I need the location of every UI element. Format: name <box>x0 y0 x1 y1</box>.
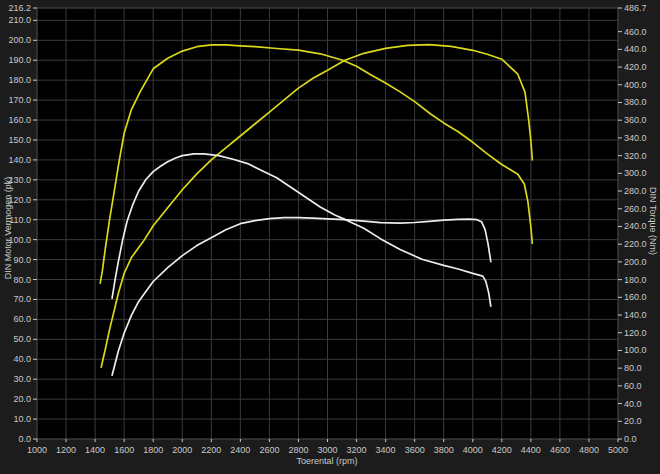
x-tick-label: 3000 <box>317 445 337 455</box>
y-right-tick-label: 140.0 <box>624 310 647 320</box>
dyno-chart: 216.2210.0200.0190.0180.0170.0160.0150.0… <box>0 0 660 474</box>
y-right-tick-label: 100.0 <box>624 345 647 355</box>
dyno-chart-window: 216.2210.0200.0190.0180.0170.0160.0150.0… <box>0 0 660 474</box>
y-left-tick-label: 0.0 <box>18 434 31 444</box>
x-tick-label: 3400 <box>376 445 396 455</box>
y-left-tick-label: 140.0 <box>8 155 31 165</box>
x-tick-label: 4000 <box>463 445 483 455</box>
y-right-tick-label: 0.0 <box>624 434 637 444</box>
x-tick-label: 2400 <box>230 445 250 455</box>
x-tick-label: 1200 <box>56 445 76 455</box>
y-right-axis-title: DIN Torque (Nm) <box>648 187 658 255</box>
x-tick-label: 2600 <box>259 445 279 455</box>
x-tick-label: 3600 <box>405 445 425 455</box>
y-right-tick-label: 420.0 <box>624 62 647 72</box>
y-right-tick-label: 260.0 <box>624 204 647 214</box>
y-right-tick-label: 200.0 <box>624 257 647 267</box>
y-right-tick-label: 80.0 <box>624 363 642 373</box>
y-left-tick-label: 210.0 <box>8 15 31 25</box>
x-tick-label: 5000 <box>608 445 628 455</box>
x-tick-label: 2000 <box>172 445 192 455</box>
y-right-tick-label: 340.0 <box>624 133 647 143</box>
y-left-tick-label: 70.0 <box>13 294 31 304</box>
y-right-tick-label: 460.0 <box>624 27 647 37</box>
y-right-tick-label: 380.0 <box>624 97 647 107</box>
y-left-tick-label: 20.0 <box>13 394 31 404</box>
y-left-tick-label: 80.0 <box>13 275 31 285</box>
y-right-tick-label: 120.0 <box>624 328 647 338</box>
y-left-tick-label: 216.2 <box>8 3 31 13</box>
y-right-tick-label: 360.0 <box>624 115 647 125</box>
y-right-tick-label: 280.0 <box>624 186 647 196</box>
y-right-tick-label: 440.0 <box>624 44 647 54</box>
y-right-tick-label: 300.0 <box>624 168 647 178</box>
y-left-tick-label: 60.0 <box>13 314 31 324</box>
y-left-axis-title: DIN Motor Vermogen (pk) <box>3 177 13 280</box>
x-tick-label: 3200 <box>347 445 367 455</box>
y-right-tick-label: 220.0 <box>624 239 647 249</box>
y-left-tick-label: 30.0 <box>13 374 31 384</box>
y-right-tick-label: 180.0 <box>624 275 647 285</box>
x-tick-label: 4600 <box>550 445 570 455</box>
y-left-tick-label: 180.0 <box>8 75 31 85</box>
y-left-tick-label: 160.0 <box>8 115 31 125</box>
x-tick-label: 3800 <box>434 445 454 455</box>
y-right-tick-label: 240.0 <box>624 221 647 231</box>
y-left-tick-label: 50.0 <box>13 334 31 344</box>
x-tick-label: 2200 <box>201 445 221 455</box>
x-axis-title: Toerental (rpm) <box>296 456 357 466</box>
y-left-tick-label: 190.0 <box>8 55 31 65</box>
y-left-tick-label: 170.0 <box>8 95 31 105</box>
x-tick-label: 1000 <box>27 445 47 455</box>
x-tick-label: 4800 <box>579 445 599 455</box>
y-right-tick-label: 20.0 <box>624 416 642 426</box>
y-left-tick-label: 40.0 <box>13 354 31 364</box>
y-right-tick-label: 486.7 <box>624 3 647 13</box>
x-tick-label: 2800 <box>288 445 308 455</box>
y-right-tick-label: 320.0 <box>624 151 647 161</box>
x-tick-label: 4400 <box>521 445 541 455</box>
y-left-tick-label: 200.0 <box>8 35 31 45</box>
y-left-tick-label: 90.0 <box>13 255 31 265</box>
x-tick-label: 1800 <box>143 445 163 455</box>
x-tick-label: 1600 <box>114 445 134 455</box>
y-right-tick-label: 160.0 <box>624 292 647 302</box>
x-tick-label: 4200 <box>492 445 512 455</box>
y-right-tick-label: 400.0 <box>624 80 647 90</box>
y-right-tick-label: 40.0 <box>624 399 642 409</box>
y-right-tick-label: 60.0 <box>624 381 642 391</box>
y-left-tick-label: 150.0 <box>8 135 31 145</box>
x-tick-label: 1400 <box>85 445 105 455</box>
y-left-tick-label: 10.0 <box>13 414 31 424</box>
